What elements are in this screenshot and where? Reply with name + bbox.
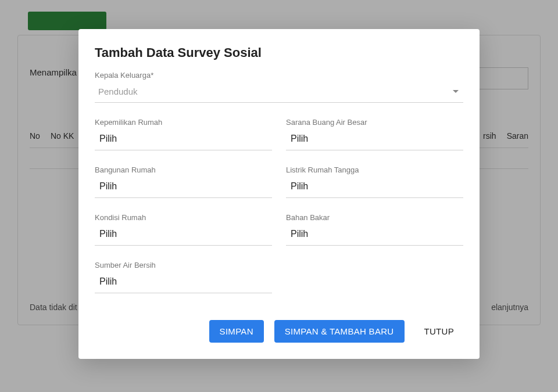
label-kepemilikan-rumah: Kepemilikan Rumah <box>95 118 272 127</box>
field-bangunan-rumah: Bangunan Rumah Pilih <box>95 166 272 198</box>
field-listrik-rumah: Listrik Rumah Tangga Pilih <box>286 166 463 198</box>
select-listrik-rumah[interactable]: Pilih <box>286 178 463 198</box>
field-kepala-keluarga: Kepala Keluarga* Penduduk <box>95 71 463 103</box>
add-survey-modal: Tambah Data Survey Sosial Kepala Keluarg… <box>78 29 480 359</box>
save-button[interactable]: SIMPAN <box>209 320 264 343</box>
save-add-new-button[interactable]: SIMPAN & TAMBAH BARU <box>274 320 405 343</box>
label-kepala-keluarga: Kepala Keluarga* <box>95 71 463 80</box>
select-sarana-buang-air[interactable]: Pilih <box>286 130 463 150</box>
select-listrik-rumah-value: Pilih <box>291 181 308 191</box>
field-sarana-buang-air: Sarana Buang Air Besar Pilih <box>286 118 463 150</box>
label-listrik-rumah: Listrik Rumah Tangga <box>286 166 463 174</box>
select-bangunan-rumah-value: Pilih <box>99 181 117 191</box>
select-kepemilikan-rumah-value: Pilih <box>99 134 117 143</box>
label-bahan-bakar: Bahan Bakar <box>286 213 463 222</box>
field-bahan-bakar: Bahan Bakar Pilih <box>286 213 463 246</box>
select-kondisi-rumah[interactable]: Pilih <box>95 225 272 246</box>
label-bangunan-rumah: Bangunan Rumah <box>95 166 272 174</box>
select-sarana-buang-air-value: Pilih <box>291 134 308 143</box>
select-sumber-air[interactable]: Pilih <box>95 273 272 293</box>
label-sumber-air: Sumber Air Bersih <box>95 261 272 269</box>
modal-actions: SIMPAN SIMPAN & TAMBAH BARU TUTUP <box>95 320 463 343</box>
field-kondisi-rumah: Kondisi Rumah Pilih <box>95 213 272 246</box>
select-kondisi-rumah-value: Pilih <box>99 229 117 239</box>
select-kepemilikan-rumah[interactable]: Pilih <box>95 130 272 150</box>
close-button[interactable]: TUTUP <box>415 320 464 343</box>
field-sumber-air: Sumber Air Bersih Pilih <box>95 261 272 293</box>
select-kepala-keluarga[interactable]: Penduduk <box>95 83 463 103</box>
select-bangunan-rumah[interactable]: Pilih <box>95 178 272 198</box>
select-kepala-keluarga-placeholder: Penduduk <box>98 87 138 96</box>
select-bahan-bakar-value: Pilih <box>291 229 308 239</box>
empty-col <box>286 261 463 293</box>
select-bahan-bakar[interactable]: Pilih <box>286 225 463 246</box>
label-sarana-buang-air: Sarana Buang Air Besar <box>286 118 463 127</box>
field-kepemilikan-rumah: Kepemilikan Rumah Pilih <box>95 118 272 150</box>
modal-title: Tambah Data Survey Sosial <box>95 45 463 60</box>
chevron-down-icon <box>453 90 459 93</box>
label-kondisi-rumah: Kondisi Rumah <box>95 213 272 222</box>
select-sumber-air-value: Pilih <box>99 276 117 286</box>
modal-overlay[interactable]: Tambah Data Survey Sosial Kepala Keluarg… <box>0 0 558 392</box>
